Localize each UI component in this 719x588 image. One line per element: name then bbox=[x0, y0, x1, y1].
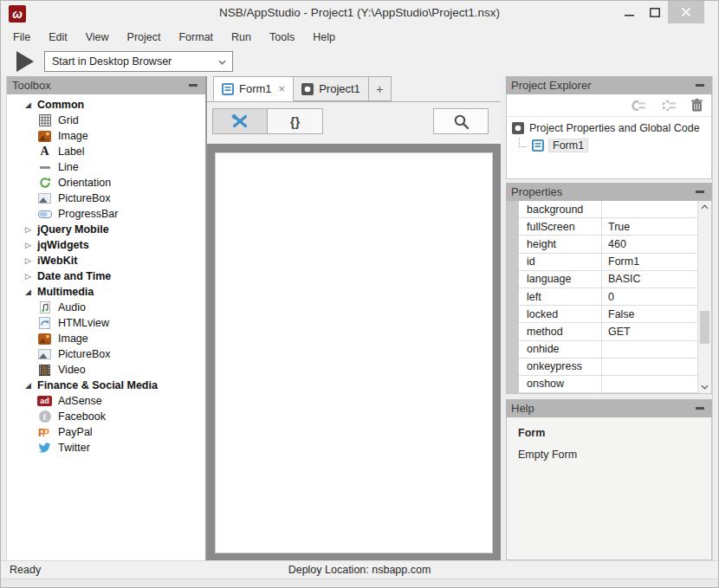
property-row-fullscreen[interactable]: fullScreenTrue bbox=[519, 218, 697, 236]
new-tab-button[interactable]: + bbox=[369, 76, 392, 101]
toolbox-item-paypal[interactable]: PPPayPal bbox=[7, 424, 205, 440]
twitter-icon bbox=[37, 443, 52, 454]
property-row-onshow[interactable]: onshow bbox=[519, 376, 697, 393]
toolbox-group-jqwidgets[interactable]: ▷jqWidgets bbox=[7, 237, 205, 253]
orientation-icon bbox=[37, 177, 52, 189]
project-explorer-tree: Project Properties and Global CodeForm1 bbox=[507, 117, 711, 154]
toolbox-item-image[interactable]: Image bbox=[7, 331, 205, 346]
menu-item-run[interactable]: Run bbox=[231, 31, 251, 43]
property-name: left bbox=[519, 288, 602, 305]
chevron-down-icon bbox=[218, 60, 226, 65]
form-icon bbox=[532, 139, 544, 152]
form-canvas[interactable] bbox=[215, 152, 493, 553]
minimize-button[interactable] bbox=[616, 1, 642, 23]
toolbox-item-htmlview[interactable]: HTMLview bbox=[7, 315, 205, 331]
property-name: onshow bbox=[519, 376, 602, 392]
property-row-height[interactable]: height460 bbox=[519, 236, 697, 253]
property-name: onkeypress bbox=[519, 359, 602, 375]
maximize-button[interactable] bbox=[642, 1, 668, 23]
toolbox-item-label[interactable]: ALabel bbox=[7, 144, 205, 159]
property-row-left[interactable]: left0 bbox=[519, 288, 697, 306]
toolbox-item-grid[interactable]: Grid bbox=[7, 113, 205, 128]
menu-item-tools[interactable]: Tools bbox=[269, 31, 295, 43]
form-icon bbox=[222, 83, 234, 95]
property-value[interactable]: 0 bbox=[602, 291, 697, 303]
toolbox-item-twitter[interactable]: Twitter bbox=[7, 440, 205, 456]
collapse-panel-icon[interactable] bbox=[696, 407, 704, 410]
window-title: NSB/AppStudio - Project1 (Y:\AppStudio\P… bbox=[1, 6, 718, 19]
tree-expanded-icon: ◢ bbox=[23, 100, 34, 109]
close-button[interactable] bbox=[668, 1, 704, 23]
property-value[interactable]: 460 bbox=[602, 238, 697, 250]
design-view-button[interactable] bbox=[212, 108, 268, 134]
code-view-button[interactable]: {} bbox=[268, 108, 323, 134]
menu-item-view[interactable]: View bbox=[86, 31, 109, 43]
toolbox-item-video[interactable]: Video bbox=[7, 362, 205, 378]
property-row-onkeypress[interactable]: onkeypress bbox=[519, 359, 697, 376]
indent-arrow-button[interactable] bbox=[661, 100, 677, 112]
tab-bar: Form1 × Project1 + bbox=[207, 76, 501, 102]
property-row-onhide[interactable]: onhide bbox=[519, 341, 697, 359]
toolbox-item-progressbar[interactable]: ProgressBar bbox=[7, 206, 205, 222]
tab-form1[interactable]: Form1 × bbox=[213, 76, 294, 101]
menu-item-project[interactable]: Project bbox=[127, 31, 161, 43]
toolbox-item-line[interactable]: Line bbox=[7, 159, 205, 175]
scrollbar-thumb[interactable] bbox=[700, 311, 709, 344]
outdent-arrow-button[interactable] bbox=[631, 100, 647, 112]
scroll-up-button[interactable] bbox=[698, 201, 711, 213]
property-name: locked bbox=[519, 306, 602, 322]
collapse-panel-icon[interactable] bbox=[696, 191, 704, 193]
property-value[interactable]: BASIC bbox=[602, 273, 697, 285]
toolbox-item-orientation[interactable]: Orientation bbox=[7, 175, 205, 191]
run-toolbar: Start in Desktop Browser bbox=[1, 47, 718, 76]
property-value[interactable]: Form1 bbox=[602, 255, 697, 268]
collapse-panel-icon[interactable] bbox=[696, 84, 704, 87]
image-icon bbox=[37, 131, 52, 142]
window-controls bbox=[616, 1, 704, 23]
explorer-item-label: Project Properties and Global Code bbox=[529, 122, 700, 134]
toolbox-group-iwebkit[interactable]: ▷iWebKit bbox=[7, 253, 205, 268]
trash-button[interactable] bbox=[691, 99, 703, 112]
explorer-item-project-properties-and-global-code[interactable]: Project Properties and Global Code bbox=[507, 120, 711, 137]
property-row-id[interactable]: idForm1 bbox=[519, 254, 697, 271]
property-value[interactable]: False bbox=[602, 308, 697, 320]
adsense-icon: ad bbox=[37, 396, 52, 406]
project-explorer-header: Project Explorer bbox=[506, 76, 712, 94]
menu-item-help[interactable]: Help bbox=[313, 31, 335, 43]
property-value[interactable]: True bbox=[602, 221, 697, 233]
toolbox-item-image[interactable]: Image bbox=[7, 128, 205, 144]
property-value[interactable]: GET bbox=[602, 326, 697, 338]
property-row-method[interactable]: methodGET bbox=[519, 323, 697, 340]
property-row-background[interactable]: background bbox=[519, 201, 697, 218]
toolbox-item-picturebox[interactable]: PictureBox bbox=[7, 191, 205, 206]
properties-scrollbar[interactable] bbox=[697, 201, 711, 393]
outdent-arrow-icon bbox=[631, 100, 647, 112]
menu-item-format[interactable]: Format bbox=[178, 31, 213, 43]
tab-close-icon[interactable]: × bbox=[279, 82, 286, 95]
tree-connector bbox=[519, 138, 527, 147]
project-explorer-panel: Project Explorer Project Properties and … bbox=[506, 76, 712, 179]
collapse-panel-icon[interactable] bbox=[189, 84, 198, 87]
explorer-item-form1[interactable]: Form1 bbox=[507, 137, 711, 154]
toolbox-item-adsense[interactable]: adAdSense bbox=[7, 393, 205, 409]
toolbox-group-jquery-mobile[interactable]: ▷jQuery Mobile bbox=[7, 222, 205, 237]
toolbox-group-finance-social-media[interactable]: ◢Finance & Social Media bbox=[7, 378, 205, 393]
menu-item-file[interactable]: File bbox=[13, 31, 30, 43]
toolbox-item-facebook[interactable]: fFacebook bbox=[7, 409, 205, 424]
property-row-locked[interactable]: lockedFalse bbox=[519, 306, 697, 323]
scroll-down-button[interactable] bbox=[698, 381, 711, 393]
toolbox-group-multimedia[interactable]: ◢Multimedia bbox=[7, 284, 205, 300]
menu-item-edit[interactable]: Edit bbox=[49, 31, 68, 43]
line-icon bbox=[37, 166, 52, 169]
toolbox-group-date-and-time[interactable]: ▷Date and Time bbox=[7, 268, 205, 284]
property-row-language[interactable]: languageBASIC bbox=[519, 271, 697, 288]
run-target-select[interactable]: Start in Desktop Browser bbox=[44, 51, 233, 72]
property-name: fullScreen bbox=[519, 218, 602, 235]
tab-project1[interactable]: Project1 bbox=[294, 76, 369, 101]
search-button[interactable] bbox=[433, 108, 489, 134]
toolbox-item-picturebox[interactable]: PictureBox bbox=[7, 346, 205, 362]
project-icon bbox=[512, 122, 524, 134]
play-icon[interactable] bbox=[16, 51, 34, 72]
toolbox-item-audio[interactable]: Audio bbox=[7, 300, 205, 315]
toolbox-group-common[interactable]: ◢Common bbox=[7, 97, 205, 113]
